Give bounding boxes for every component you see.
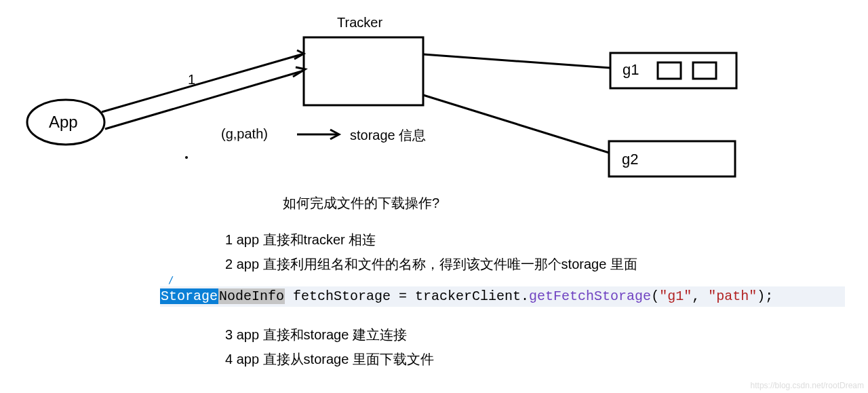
code-eq: = trackerClient. [399, 288, 529, 304]
g1-inner-box-2 [693, 62, 716, 79]
stray-dot [185, 156, 188, 159]
code-comma: , [692, 288, 708, 304]
step-3: 3 app 直接和storage 建立连接 [225, 326, 407, 344]
question-text: 如何完成文件的下载操作? [283, 194, 439, 212]
edge-app-tracker-1 [102, 54, 302, 112]
step-2: 2 app 直接利用组名和文件的名称，得到该文件唯一那个storage 里面 [225, 255, 637, 274]
storage-info-label: storage 信息 [350, 126, 426, 145]
code-open: ( [651, 288, 659, 304]
watermark: https://blog.csdn.net/rootDream [751, 381, 864, 390]
g2-label: g2 [622, 151, 638, 168]
code-var: fetchStorage [285, 288, 399, 304]
code-close: ); [757, 288, 773, 304]
tracker-label: Tracker [337, 15, 382, 31]
code-arg1: "g1" [659, 288, 692, 304]
tracker-node [304, 37, 423, 105]
step-4: 4 app 直接从storage 里面下载文件 [225, 350, 434, 369]
code-method: getFetchStorage [529, 288, 651, 304]
step-1: 1 app 直接和tracker 相连 [225, 231, 376, 249]
g1-label: g1 [623, 61, 639, 79]
edge-tracker-g1 [423, 54, 610, 68]
code-type-storage: Storage [160, 288, 218, 304]
edge-tracker-g2 [423, 95, 609, 153]
g1-inner-box-1 [658, 62, 681, 79]
edge-1-label: 1 [188, 72, 195, 88]
code-line: StorageNodeInfo fetchStorage = trackerCl… [160, 286, 845, 307]
cursor-mark: / [168, 274, 174, 285]
edge-tracker-app [105, 71, 304, 129]
code-type-nodeinfo: NodeInfo [218, 288, 285, 304]
code-arg2: "path" [708, 288, 757, 304]
gpath-label: (g,path) [221, 126, 268, 142]
app-label: App [49, 113, 78, 132]
